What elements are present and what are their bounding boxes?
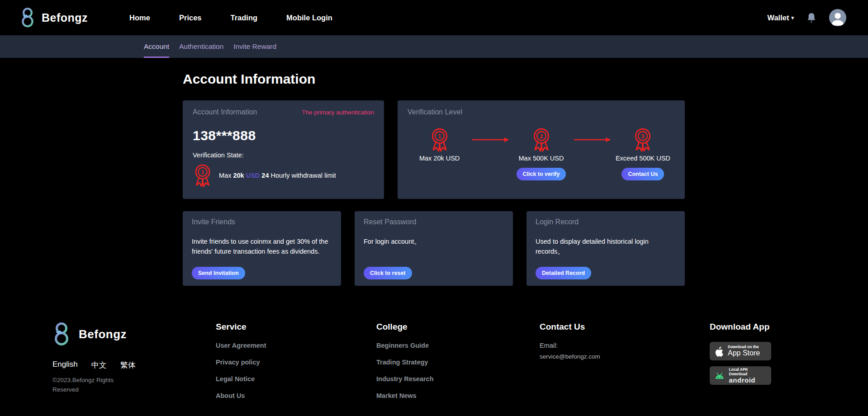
level-2-rosette-icon: 2 — [531, 127, 552, 152]
navbar-right: Wallet ▾ — [767, 9, 846, 26]
verification-level-card: Verification Level 1 Max 20k USD — [398, 100, 685, 199]
level-1: 1 Max 20k USD — [408, 127, 471, 162]
withdrawal-limit-text: Max 20k USD 24 Hourly withdrawal limit — [219, 172, 336, 179]
appstore-small-text: Download on the — [728, 345, 760, 349]
main-content: Account Information Account Information … — [0, 58, 868, 286]
brand-name: Befongz — [42, 11, 88, 24]
invite-friends-card: Invite Friends Invite friends to use coi… — [183, 211, 341, 286]
brand-logo[interactable]: Befongz — [20, 7, 88, 28]
nav-mobile-login[interactable]: Mobile Login — [286, 14, 332, 22]
nav-trading[interactable]: Trading — [231, 14, 258, 22]
link-beginners-guide[interactable]: Beginners Guide — [376, 342, 540, 349]
email-label: Email: — [540, 342, 710, 349]
service-column-title: Service — [216, 322, 376, 332]
send-invitation-button[interactable]: Send Invitation — [192, 267, 245, 279]
notification-bell-icon[interactable] — [806, 12, 816, 23]
link-industry-research[interactable]: Industry Research — [376, 375, 540, 383]
wallet-dropdown[interactable]: Wallet ▾ — [767, 14, 794, 22]
level-1-label: Max 20k USD — [419, 155, 460, 162]
page-footer: Befongz English 中文 繁体 ©2023.Befongz Righ… — [0, 286, 868, 409]
top-navbar: Befongz Home Prices Trading Mobile Login… — [0, 0, 868, 35]
account-subnav: Account Authentication Invite Reward — [0, 35, 868, 58]
svg-text:1: 1 — [438, 133, 441, 140]
appstore-big-text: App Store — [728, 349, 760, 357]
link-user-agreement[interactable]: User Agreement — [216, 342, 376, 349]
tab-account[interactable]: Account — [144, 35, 169, 58]
level-2-label: Max 500K USD — [519, 155, 564, 162]
detailed-record-button[interactable]: Detailed Record — [536, 267, 591, 279]
arrow-right-icon — [573, 137, 611, 143]
svg-text:3: 3 — [641, 133, 645, 140]
android-icon — [714, 371, 725, 380]
contact-column-title: Contact Us — [540, 322, 710, 332]
nav-prices[interactable]: Prices — [179, 14, 202, 22]
link-about-us[interactable]: About Us — [216, 392, 376, 399]
link-privacy-policy[interactable]: Privacy policy — [216, 359, 376, 366]
lang-simplified-chinese[interactable]: 中文 — [91, 360, 107, 370]
link-trading-strategy[interactable]: Trading Strategy — [376, 359, 540, 366]
footer-service-column: Service User Agreement Privacy policy Le… — [216, 322, 376, 409]
click-to-reset-button[interactable]: Click to reset — [364, 267, 412, 279]
account-info-card: Account Information The primary authenti… — [183, 100, 384, 199]
link-legal-notice[interactable]: Legal Notice — [216, 375, 376, 383]
app-store-badge[interactable]: Download on the App Store — [710, 342, 771, 360]
college-column-title: College — [376, 322, 540, 332]
footer-college-column: College Beginners Guide Trading Strategy… — [376, 322, 540, 409]
masked-phone-number: 138***888 — [193, 128, 374, 143]
language-switcher: English 中文 繁体 — [52, 360, 216, 370]
login-record-card: Login Record Used to display detailed hi… — [526, 211, 685, 286]
tab-authentication[interactable]: Authentication — [179, 35, 223, 58]
download-column-title: Download App — [710, 322, 771, 332]
android-small-text: Local APK Download — [729, 367, 767, 376]
level-3: 3 Exceed 500K USD Contact Us — [611, 127, 675, 180]
level-1-badge-icon: 1 — [193, 163, 213, 187]
footer-download-column: Download App Download on the App Store L… — [710, 322, 771, 409]
level-2: 2 Max 500K USD Click to verify — [509, 127, 573, 180]
person-icon — [829, 9, 846, 26]
level-3-rosette-icon: 3 — [632, 127, 653, 152]
chevron-down-icon: ▾ — [791, 15, 794, 21]
svg-text:2: 2 — [540, 133, 543, 140]
invite-friends-body: Invite friends to use coinmx and get 30%… — [192, 236, 332, 257]
lang-english[interactable]: English — [52, 360, 78, 370]
android-big-text: android — [729, 376, 767, 384]
account-info-card-title: Account Information — [193, 108, 257, 116]
befongz-logo-icon — [20, 7, 35, 28]
contact-us-button[interactable]: Contact Us — [621, 168, 664, 180]
reset-password-card: Reset Password For login account。 Click … — [355, 211, 513, 286]
android-apk-badge[interactable]: Local APK Download android — [710, 366, 771, 385]
reset-password-body: For login account。 — [364, 236, 504, 246]
verification-level-card-title: Verification Level — [408, 108, 462, 116]
nav-home[interactable]: Home — [129, 14, 150, 22]
level-1-rosette-icon: 1 — [429, 127, 450, 152]
page-title: Account Information — [183, 71, 868, 87]
copyright-text: ©2023.Befongz Rights Reserved — [52, 376, 132, 395]
level-3-label: Exceed 500K USD — [616, 155, 670, 162]
wallet-label: Wallet — [767, 14, 789, 22]
invite-friends-title: Invite Friends — [192, 218, 332, 226]
main-nav: Home Prices Trading Mobile Login — [129, 14, 332, 22]
befongz-footer-logo-icon — [52, 322, 71, 346]
verification-state-label: Verification State: — [193, 151, 374, 159]
click-to-verify-button[interactable]: Click to verify — [517, 168, 566, 180]
footer-brand-name: Befongz — [79, 327, 127, 341]
footer-contact-column: Contact Us Email: service@befongz.com — [540, 322, 710, 409]
lang-traditional-chinese[interactable]: 繁体 — [120, 360, 136, 370]
login-record-title: Login Record — [536, 218, 676, 226]
tab-invite-reward[interactable]: Invite Reward — [233, 35, 276, 58]
svg-text:1: 1 — [201, 169, 204, 175]
footer-brand-block: Befongz English 中文 繁体 ©2023.Befongz Righ… — [52, 322, 216, 409]
link-market-news[interactable]: Market News — [376, 392, 540, 399]
user-avatar[interactable] — [829, 9, 846, 26]
reset-password-title: Reset Password — [364, 218, 504, 226]
apple-icon — [714, 346, 724, 357]
primary-authentication-note: The primary authentication — [302, 109, 374, 116]
login-record-body: Used to display detailed historical logi… — [536, 236, 676, 257]
arrow-right-icon — [471, 137, 509, 143]
email-address: service@befongz.com — [540, 353, 710, 360]
